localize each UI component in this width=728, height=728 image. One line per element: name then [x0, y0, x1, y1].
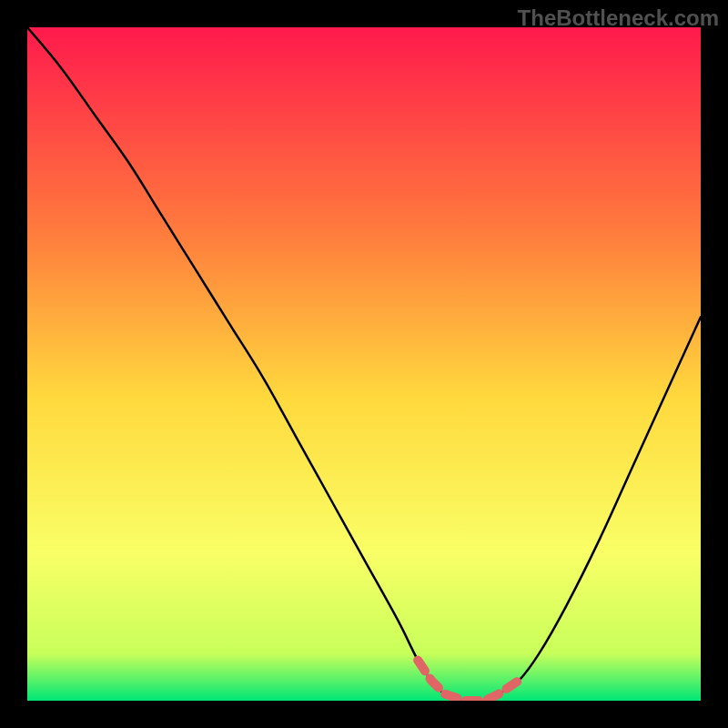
gradient-background: [27, 27, 701, 701]
watermark-text: TheBottleneck.com: [518, 5, 719, 31]
chart-frame: TheBottleneck.com: [0, 0, 728, 728]
bottleneck-plot: [27, 27, 701, 701]
